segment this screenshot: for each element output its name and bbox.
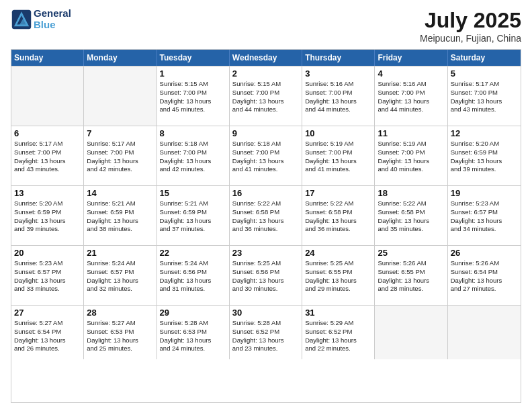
cell-day-number: 9 (232, 128, 299, 138)
cell-day-number: 24 (305, 248, 371, 258)
cell-daylight-info: Sunrise: 5:20 AMSunset: 6:59 PMDaylight:… (451, 140, 518, 174)
calendar-cell: 9Sunrise: 5:18 AMSunset: 7:00 PMDaylight… (230, 126, 302, 185)
cell-day-number: 2 (232, 68, 299, 79)
calendar-cell (375, 306, 447, 359)
header: General Blue July 2025 Meipucun, Fujian,… (11, 8, 521, 44)
cell-daylight-info: Sunrise: 5:22 AMSunset: 6:58 PMDaylight:… (305, 199, 371, 234)
calendar-cell: 1Sunrise: 5:15 AMSunset: 7:00 PMDaylight… (157, 66, 230, 126)
calendar-cell: 18Sunrise: 5:22 AMSunset: 6:58 PMDayligh… (375, 186, 447, 245)
calendar-cell: 14Sunrise: 5:21 AMSunset: 6:59 PMDayligh… (84, 186, 157, 245)
cell-daylight-info: Sunrise: 5:28 AMSunset: 6:52 PMDaylight:… (232, 319, 299, 353)
calendar-header: SundayMondayTuesdayWednesdayThursdayFrid… (11, 50, 521, 66)
calendar-cell (11, 66, 84, 126)
cell-day-number: 29 (160, 308, 226, 318)
cell-daylight-info: Sunrise: 5:29 AMSunset: 6:52 PMDaylight:… (305, 319, 371, 353)
logo: General Blue (11, 8, 71, 30)
calendar-cell: 12Sunrise: 5:20 AMSunset: 6:59 PMDayligh… (448, 126, 521, 185)
title-block: July 2025 Meipucun, Fujian, China (420, 8, 521, 44)
calendar-cell: 2Sunrise: 5:15 AMSunset: 7:00 PMDaylight… (230, 66, 302, 126)
cell-daylight-info: Sunrise: 5:22 AMSunset: 6:58 PMDaylight:… (232, 199, 299, 234)
calendar-row: 20Sunrise: 5:23 AMSunset: 6:57 PMDayligh… (11, 245, 521, 305)
calendar-cell: 10Sunrise: 5:19 AMSunset: 7:00 PMDayligh… (302, 126, 375, 185)
cell-daylight-info: Sunrise: 5:27 AMSunset: 6:54 PMDaylight:… (14, 319, 81, 353)
calendar-cell: 25Sunrise: 5:26 AMSunset: 6:55 PMDayligh… (375, 246, 447, 305)
cell-day-number: 17 (305, 188, 371, 198)
cell-day-number: 25 (378, 248, 444, 258)
cell-daylight-info: Sunrise: 5:24 AMSunset: 6:56 PMDaylight:… (160, 259, 226, 293)
cell-day-number: 31 (305, 308, 371, 318)
cell-day-number: 30 (232, 308, 299, 318)
calendar-cell: 6Sunrise: 5:17 AMSunset: 7:00 PMDaylight… (11, 126, 84, 185)
cell-daylight-info: Sunrise: 5:26 AMSunset: 6:55 PMDaylight:… (378, 259, 444, 293)
cell-daylight-info: Sunrise: 5:23 AMSunset: 6:57 PMDaylight:… (451, 199, 518, 234)
cell-day-number: 4 (378, 68, 444, 79)
cell-daylight-info: Sunrise: 5:24 AMSunset: 6:57 PMDaylight:… (87, 259, 153, 293)
cell-day-number: 10 (305, 128, 371, 138)
cell-daylight-info: Sunrise: 5:15 AMSunset: 7:00 PMDaylight:… (232, 80, 299, 114)
calendar-cell: 13Sunrise: 5:20 AMSunset: 6:59 PMDayligh… (11, 186, 84, 245)
cell-day-number: 16 (232, 188, 299, 198)
cell-daylight-info: Sunrise: 5:19 AMSunset: 7:00 PMDaylight:… (305, 140, 371, 174)
calendar-cell: 7Sunrise: 5:17 AMSunset: 7:00 PMDaylight… (84, 126, 157, 185)
cell-day-number: 8 (160, 128, 226, 138)
weekday-header: Wednesday (230, 50, 302, 66)
calendar-cell: 24Sunrise: 5:25 AMSunset: 6:55 PMDayligh… (302, 246, 375, 305)
calendar-cell: 15Sunrise: 5:21 AMSunset: 6:59 PMDayligh… (157, 186, 230, 245)
cell-day-number: 13 (14, 188, 81, 198)
calendar-cell: 11Sunrise: 5:19 AMSunset: 7:00 PMDayligh… (375, 126, 447, 185)
cell-daylight-info: Sunrise: 5:25 AMSunset: 6:56 PMDaylight:… (232, 259, 299, 293)
weekday-header: Tuesday (157, 50, 230, 66)
month-year: July 2025 (420, 8, 521, 33)
cell-daylight-info: Sunrise: 5:25 AMSunset: 6:55 PMDaylight:… (305, 259, 371, 293)
cell-daylight-info: Sunrise: 5:21 AMSunset: 6:59 PMDaylight:… (87, 199, 153, 234)
cell-daylight-info: Sunrise: 5:21 AMSunset: 6:59 PMDaylight:… (160, 199, 226, 234)
calendar: SundayMondayTuesdayWednesdayThursdayFrid… (11, 49, 521, 403)
cell-day-number: 12 (451, 128, 518, 138)
cell-day-number: 23 (232, 248, 299, 258)
weekday-header: Friday (375, 50, 447, 66)
location: Meipucun, Fujian, China (420, 33, 521, 44)
cell-daylight-info: Sunrise: 5:22 AMSunset: 6:58 PMDaylight:… (378, 199, 444, 234)
calendar-cell: 19Sunrise: 5:23 AMSunset: 6:57 PMDayligh… (448, 186, 521, 245)
calendar-cell: 27Sunrise: 5:27 AMSunset: 6:54 PMDayligh… (11, 306, 84, 359)
cell-daylight-info: Sunrise: 5:16 AMSunset: 7:00 PMDaylight:… (378, 80, 444, 114)
calendar-cell (84, 66, 157, 126)
calendar-row: 6Sunrise: 5:17 AMSunset: 7:00 PMDaylight… (11, 126, 521, 185)
cell-daylight-info: Sunrise: 5:27 AMSunset: 6:53 PMDaylight:… (87, 319, 153, 353)
cell-daylight-info: Sunrise: 5:16 AMSunset: 7:00 PMDaylight:… (305, 80, 371, 114)
calendar-cell: 3Sunrise: 5:16 AMSunset: 7:00 PMDaylight… (302, 66, 375, 126)
cell-day-number: 21 (87, 248, 153, 258)
calendar-cell (448, 306, 521, 359)
calendar-row: 27Sunrise: 5:27 AMSunset: 6:54 PMDayligh… (11, 305, 521, 359)
cell-day-number: 28 (87, 308, 153, 318)
cell-daylight-info: Sunrise: 5:23 AMSunset: 6:57 PMDaylight:… (14, 259, 81, 293)
cell-daylight-info: Sunrise: 5:17 AMSunset: 7:00 PMDaylight:… (14, 140, 81, 174)
cell-day-number: 11 (378, 128, 444, 138)
calendar-row: 1Sunrise: 5:15 AMSunset: 7:00 PMDaylight… (11, 66, 521, 126)
calendar-row: 13Sunrise: 5:20 AMSunset: 6:59 PMDayligh… (11, 185, 521, 245)
cell-daylight-info: Sunrise: 5:19 AMSunset: 7:00 PMDaylight:… (378, 140, 444, 174)
calendar-cell: 21Sunrise: 5:24 AMSunset: 6:57 PMDayligh… (84, 246, 157, 305)
calendar-cell: 4Sunrise: 5:16 AMSunset: 7:00 PMDaylight… (375, 66, 447, 126)
cell-day-number: 27 (14, 308, 81, 318)
cell-day-number: 7 (87, 128, 153, 138)
calendar-cell: 17Sunrise: 5:22 AMSunset: 6:58 PMDayligh… (302, 186, 375, 245)
cell-daylight-info: Sunrise: 5:20 AMSunset: 6:59 PMDaylight:… (14, 199, 81, 234)
cell-day-number: 20 (14, 248, 81, 258)
weekday-header: Monday (84, 50, 157, 66)
cell-daylight-info: Sunrise: 5:18 AMSunset: 7:00 PMDaylight:… (232, 140, 299, 174)
calendar-cell: 8Sunrise: 5:18 AMSunset: 7:00 PMDaylight… (157, 126, 230, 185)
calendar-cell: 16Sunrise: 5:22 AMSunset: 6:58 PMDayligh… (230, 186, 302, 245)
calendar-cell: 30Sunrise: 5:28 AMSunset: 6:52 PMDayligh… (230, 306, 302, 359)
cell-daylight-info: Sunrise: 5:17 AMSunset: 7:00 PMDaylight:… (87, 140, 153, 174)
calendar-cell: 26Sunrise: 5:26 AMSunset: 6:54 PMDayligh… (448, 246, 521, 305)
cell-day-number: 6 (14, 128, 81, 138)
weekday-header: Saturday (448, 50, 521, 66)
cell-day-number: 5 (451, 68, 518, 79)
calendar-cell: 5Sunrise: 5:17 AMSunset: 7:00 PMDaylight… (448, 66, 521, 126)
calendar-cell: 29Sunrise: 5:28 AMSunset: 6:53 PMDayligh… (157, 306, 230, 359)
cell-day-number: 1 (160, 68, 226, 79)
logo-text: General Blue (34, 8, 71, 30)
calendar-cell: 20Sunrise: 5:23 AMSunset: 6:57 PMDayligh… (11, 246, 84, 305)
cell-day-number: 15 (160, 188, 226, 198)
